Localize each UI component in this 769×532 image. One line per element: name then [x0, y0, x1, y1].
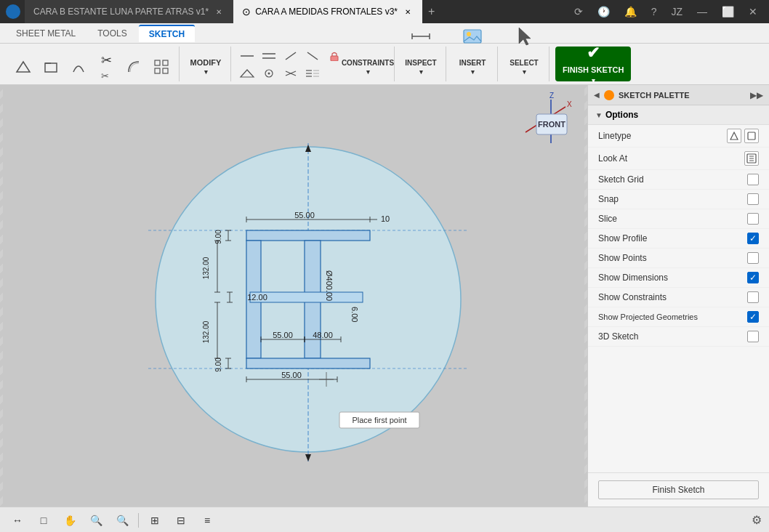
panel-pin-icon[interactable]: ▶▶ [750, 90, 763, 100]
svg-marker-14 [241, 70, 254, 77]
svg-rect-13 [331, 56, 338, 61]
select-tool[interactable] [511, 22, 537, 51]
tab-tools[interactable]: TOOLS [87, 25, 137, 41]
inspect-dropdown[interactable]: INSPECT ▾ [400, 52, 441, 81]
constraint-cross[interactable] [281, 65, 301, 81]
options-section-header[interactable]: ▼ Options [588, 105, 769, 125]
line-tool[interactable] [10, 52, 36, 81]
svg-text:9.00: 9.00 [214, 230, 222, 244]
tab-close-1[interactable]: ✕ [213, 7, 225, 17]
tab-close-2[interactable]: ✕ [402, 7, 414, 17]
slice-label: Slice [598, 214, 617, 224]
orbit-tool[interactable]: ↔ [7, 510, 28, 531]
inspect-group: INSPECT ▾ [396, 47, 446, 81]
constraint-backslash[interactable] [302, 48, 323, 64]
finish-sketch-label: FINISH SKETCH [563, 65, 624, 74]
svg-point-29 [467, 32, 471, 36]
canvas-area[interactable]: 55.00 10 9.00 132.00 Ø400.00 [0, 85, 587, 507]
constraint-equal[interactable] [259, 48, 279, 64]
status-separator-1 [138, 513, 139, 528]
show-points-checkbox[interactable] [747, 252, 759, 264]
offset-tool[interactable] [121, 52, 147, 81]
show-dimensions-checkbox[interactable]: ✓ [747, 272, 759, 283]
linetype-btn-2[interactable] [744, 129, 759, 143]
linetype-btn-1[interactable] [727, 129, 741, 143]
sketch-grid-label: Sketch Grid [598, 174, 644, 185]
show-constraints-label: Show Constraints [598, 292, 667, 302]
linetype-actions [727, 129, 759, 143]
canvas-svg: 55.00 10 9.00 132.00 Ø400.00 [0, 85, 587, 507]
zoom-box-tool[interactable]: □ [33, 510, 54, 531]
show-constraints-checkbox[interactable] [747, 291, 759, 303]
slice-checkbox[interactable] [747, 213, 759, 225]
account-button[interactable]: JZ [665, 3, 688, 20]
pattern-tool[interactable] [148, 52, 174, 81]
tab-cara-b[interactable]: CARA B ESTANTE LUNA PARTE ATRAS v1* ✕ [25, 0, 233, 23]
svg-text:Ø400.00: Ø400.00 [325, 270, 334, 301]
view-options-tool[interactable]: ⊟ [171, 510, 191, 531]
finish-sketch-panel-button[interactable]: Finish Sketch [598, 480, 759, 499]
show-points-row: Show Points [588, 249, 769, 268]
grid-view-tool[interactable]: ≡ [197, 510, 217, 531]
close-button[interactable]: ✕ [743, 3, 763, 20]
insert-dropdown[interactable]: INSERT ▾ [452, 52, 493, 81]
minimize-button[interactable]: — [691, 3, 713, 20]
svg-line-11 [286, 52, 296, 60]
refresh-button[interactable]: ⟳ [568, 3, 589, 20]
measure-tool[interactable] [408, 22, 434, 51]
tab-label-active: CARA A MEDIDAS FRONTALES v3* [255, 7, 398, 17]
display-settings-tool[interactable]: ⊞ [145, 510, 165, 531]
show-projected-checkbox[interactable]: ✓ [747, 311, 759, 323]
statusbar: ↔ □ ✋ 🔍 🔍 ⊞ ⊟ ≡ ⚙ [0, 507, 769, 532]
svg-rect-7 [163, 68, 168, 73]
3d-sketch-checkbox[interactable] [747, 331, 759, 342]
tab-sheet-metal[interactable]: SHEET METAL [6, 25, 86, 41]
show-dimensions-label: Show Dimensions [598, 273, 668, 283]
main-content: 55.00 10 9.00 132.00 Ø400.00 [0, 85, 769, 507]
constraint-sym[interactable] [302, 65, 323, 81]
svg-text:10: 10 [381, 214, 390, 223]
history-button[interactable]: 🕐 [592, 3, 616, 20]
constraint-slash[interactable] [281, 48, 301, 64]
tab-icon: ⊙ [242, 6, 251, 17]
svg-text:55.00: 55.00 [294, 211, 315, 219]
show-profile-checkbox[interactable]: ✓ [747, 233, 759, 244]
show-points-label: Show Points [598, 253, 647, 263]
sketch-palette-panel: ◀ SKETCH PALETTE ▶▶ ▼ Options Linetype [587, 85, 769, 507]
constraint-horizontal[interactable] [237, 48, 257, 64]
zoom-tool[interactable]: 🔍 [112, 510, 132, 531]
show-profile-row: Show Profile ✓ [588, 229, 769, 249]
sketch-grid-checkbox[interactable] [747, 174, 759, 185]
tab-sketch[interactable]: SKETCH [139, 25, 195, 42]
maximize-button[interactable]: ⬜ [716, 3, 740, 20]
constraint-circle[interactable] [259, 65, 279, 81]
constraint-triangle[interactable] [237, 65, 257, 81]
pan-tool[interactable]: ✋ [60, 510, 80, 531]
zoom-fit-tool[interactable]: 🔍 [86, 510, 106, 531]
svg-line-12 [307, 52, 318, 60]
svg-marker-0 [17, 62, 30, 72]
snap-row: Snap [588, 190, 769, 209]
show-dimensions-row: Show Dimensions ✓ [588, 268, 769, 288]
trim-tool[interactable]: ✂ ✂ [93, 52, 119, 81]
panel-collapse-icon[interactable]: ◀ [594, 91, 600, 99]
add-tab-button[interactable]: + [422, 5, 440, 18]
rect-tool[interactable] [38, 52, 64, 81]
look-at-button[interactable] [744, 151, 759, 166]
tab-cara-a[interactable]: ⊙ CARA A MEDIDAS FRONTALES v3* ✕ [233, 0, 422, 23]
arc-tool[interactable] [65, 52, 92, 81]
constraints-dropdown[interactable]: CONSTRAINTS ▾ [346, 52, 390, 81]
settings-icon[interactable]: ⚙ [752, 513, 762, 527]
finish-sketch-button[interactable]: ✔ FINISH SKETCH ▾ [555, 47, 631, 81]
select-dropdown[interactable]: SELECT ▾ [504, 52, 544, 81]
finish-sketch-dropdown[interactable]: ▾ [592, 77, 595, 84]
nav-cube[interactable]: Z X FRONT [522, 92, 580, 150]
svg-marker-93 [730, 132, 738, 140]
notifications-button[interactable]: 🔔 [619, 3, 643, 20]
modify-dropdown[interactable]: MODIFY ▾ [185, 52, 226, 81]
ribbon: SHEET METAL TOOLS SKETCH ✂ ✂ [0, 23, 769, 85]
select-group: SELECT ▾ [499, 47, 549, 81]
insert-image[interactable] [459, 22, 486, 51]
help-button[interactable]: ? [645, 3, 663, 20]
snap-checkbox[interactable] [747, 193, 759, 205]
